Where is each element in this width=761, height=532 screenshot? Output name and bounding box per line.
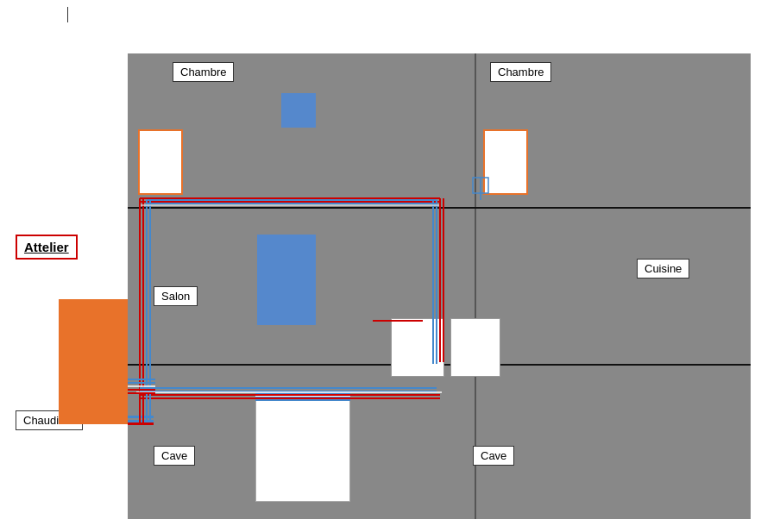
horizontal-divider-1 [128, 207, 751, 209]
white-box-chambre-right [483, 129, 528, 195]
blue-small-box [281, 93, 316, 128]
salon-label: Salon [154, 286, 198, 306]
chambre-right-label: Chambre [490, 62, 551, 82]
cuisine-label: Cuisine [637, 259, 689, 279]
white-box-chambre-left [138, 129, 183, 195]
attelier-room-label: Attelier [16, 235, 78, 260]
white-large-box-cave [255, 398, 350, 502]
white-box-middle [391, 318, 444, 377]
pipe-connector-1 [128, 416, 154, 418]
cave-right-label: Cave [473, 446, 514, 466]
cursor-indicator [67, 7, 68, 22]
pipe-connector-red [128, 422, 154, 425]
floor-plan: Chambre Chambre Salon Cuisine Cave Cave [128, 53, 751, 519]
boiler-rect [59, 299, 128, 424]
cave-left-label: Cave [154, 446, 195, 466]
blue-stripe-bottom [255, 397, 350, 401]
blue-large-box-salon [257, 235, 316, 325]
white-box-right-center [450, 318, 500, 377]
chambre-left-label: Chambre [173, 62, 234, 82]
